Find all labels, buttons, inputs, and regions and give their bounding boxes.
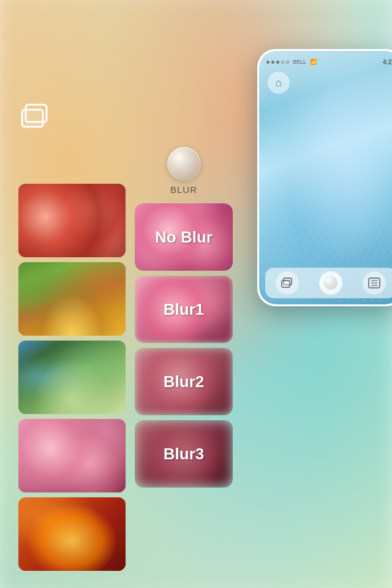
blur-card-label-1: Blur1 (164, 300, 204, 319)
blur-options-section: BLUR No Blur Blur1 Blur2 Blur3 (132, 147, 236, 492)
thumbnail-item[interactable] (18, 419, 126, 492)
wallpapers-icon (18, 101, 55, 132)
svg-rect-3 (282, 281, 290, 287)
svg-rect-1 (22, 110, 43, 127)
toolbar-wallpapers-btn[interactable] (276, 271, 299, 295)
blur-ball-icon (167, 147, 201, 181)
toolbar-blur-btn[interactable] (319, 271, 342, 295)
thumbnail-item[interactable] (18, 184, 126, 257)
signal-dot-3 (276, 61, 279, 64)
thumbnail-list (18, 184, 126, 571)
phone-toolbar (265, 268, 392, 298)
blur-option-blur2[interactable]: Blur2 (135, 348, 233, 415)
home-icon: ⌂ (276, 77, 282, 89)
thumbnail-item[interactable] (18, 262, 126, 336)
signal-dot-4 (281, 61, 284, 64)
blur-card-label-3: Blur3 (164, 445, 204, 464)
signal-dot-1 (266, 61, 270, 64)
blur-ball-container[interactable]: BLUR (167, 147, 201, 195)
toolbar-blur-icon (324, 276, 337, 290)
carrier-text: BELL (293, 59, 306, 65)
phone-time: 4:21 (383, 59, 392, 66)
thumbnail-item[interactable] (18, 497, 126, 571)
blur-card-label-0: No Blur (155, 228, 213, 247)
signal-dot-5 (286, 61, 289, 64)
blur-option-blur1[interactable]: Blur1 (135, 276, 233, 343)
blur-option-blur3[interactable]: Blur3 (135, 420, 233, 488)
settings-toolbar-icon (368, 276, 381, 290)
app-screen: CREATIVE DIY Create PERSONALIZED wallpap… (0, 0, 392, 588)
wifi-icon: 📶 (310, 59, 317, 65)
phone-mockup: BELL 📶 4:21 ⌂ (257, 49, 392, 306)
blur-ball-label: BLUR (170, 184, 197, 195)
home-button[interactable]: ⌂ (268, 72, 290, 94)
thumbnail-item[interactable] (18, 341, 126, 414)
blur-option-no-blur[interactable]: No Blur (135, 203, 233, 271)
home-button-area: ⌂ (259, 72, 392, 94)
wallpapers-toolbar-icon (281, 277, 294, 289)
toolbar-settings-btn[interactable] (363, 271, 386, 295)
blur-card-label-2: Blur2 (164, 372, 204, 391)
signal-dots: BELL 📶 (266, 59, 317, 65)
signal-dot-2 (271, 61, 274, 64)
phone-status-bar: BELL 📶 4:21 (259, 56, 392, 68)
